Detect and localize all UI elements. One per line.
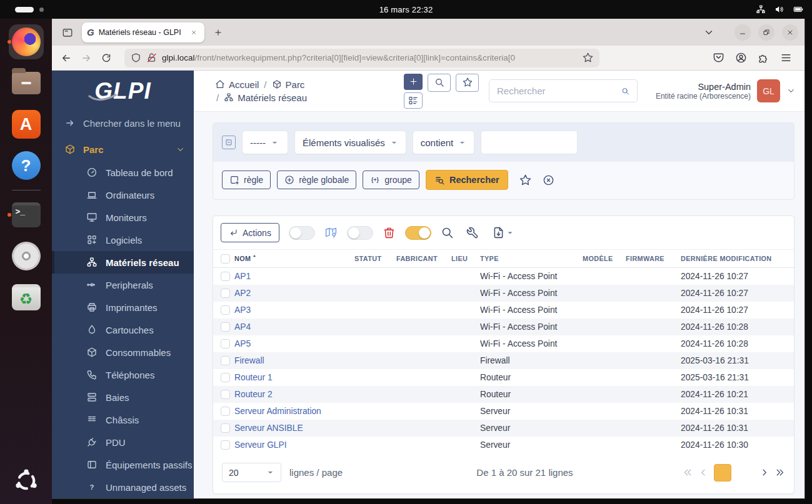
sidebar-menu-search[interactable]: Chercher dans le menu (52, 111, 194, 137)
bookmark-button[interactable] (456, 74, 479, 92)
tab-close-icon[interactable] (188, 27, 199, 38)
user-menu[interactable]: Super-Admin Entité racine (Arborescence)… (656, 79, 796, 102)
add-button[interactable] (404, 74, 423, 90)
column-derniere-modification[interactable]: DERNIÈRE MODIFICATION (681, 255, 794, 262)
row-checkbox[interactable] (221, 373, 230, 382)
account-icon[interactable] (735, 52, 747, 64)
sidebar-item[interactable]: PDU (52, 431, 194, 453)
glpi-logo[interactable]: GLPI (52, 71, 194, 111)
export-icon[interactable] (492, 226, 505, 239)
reset-search-icon[interactable] (543, 174, 554, 186)
add-group-button[interactable]: {+} groupe (363, 170, 419, 189)
sidebar-item[interactable]: Tableau de bord (52, 161, 194, 184)
dock-firefox[interactable] (6, 24, 47, 60)
global-search-input[interactable] (497, 86, 621, 96)
column-statut[interactable]: STATUT (354, 255, 396, 262)
sidebar-item[interactable]: Consommables (52, 341, 194, 363)
sidebar-item[interactable]: Logiciels (52, 229, 194, 251)
shield-icon[interactable] (131, 52, 141, 63)
column-type[interactable]: TYPE (480, 255, 583, 262)
battery-icon[interactable] (793, 4, 803, 14)
kanban-view-button[interactable] (404, 92, 423, 109)
row-name-link[interactable]: AP1 (234, 272, 354, 281)
column-firmware[interactable]: FIRMWARE (626, 255, 681, 262)
save-bookmark-icon[interactable] (519, 174, 531, 186)
network-tray-icon[interactable] (756, 4, 766, 14)
row-name-link[interactable]: Firewall (234, 356, 354, 365)
sidebar-item[interactable]: Matériels réseau (52, 251, 194, 274)
dock-files[interactable] (6, 65, 47, 101)
row-name-link[interactable]: Serveur ANSIBLE (234, 423, 354, 433)
view-items-dropdown[interactable]: Éléments visualisés (294, 131, 406, 154)
search-icon[interactable] (621, 86, 629, 97)
sidebar-item[interactable]: Châssis (52, 408, 194, 431)
row-checkbox[interactable] (221, 440, 230, 450)
close-button[interactable] (782, 24, 798, 41)
firefox-view-icon[interactable] (58, 23, 77, 42)
dock-software-store[interactable]: A (6, 106, 47, 142)
last-page-icon[interactable] (774, 467, 785, 478)
list-tabs-icon[interactable] (703, 27, 714, 38)
search-toggle[interactable] (405, 226, 431, 240)
sidebar-item[interactable]: Téléphones (52, 363, 194, 386)
avatar[interactable]: GL (757, 79, 780, 102)
row-checkbox[interactable] (221, 356, 230, 365)
row-checkbox[interactable] (221, 322, 230, 332)
row-name-link[interactable]: AP4 (234, 322, 354, 332)
row-name-link[interactable]: AP3 (234, 305, 354, 315)
add-rule-button[interactable]: règle (222, 170, 271, 189)
row-checkbox[interactable] (221, 289, 230, 298)
row-name-link[interactable]: Routeur 1 (234, 373, 354, 382)
ubuntu-logo-icon[interactable] (13, 468, 39, 494)
add-global-rule-button[interactable]: règle globale (277, 170, 356, 189)
sidebar-item[interactable]: Cartouches (52, 319, 194, 341)
dock-terminal[interactable]: >_ (6, 197, 47, 233)
operator-dropdown[interactable]: contient (413, 131, 475, 154)
trash-toggle[interactable] (347, 226, 373, 240)
sidebar-item[interactable]: Moniteurs (52, 206, 194, 229)
sidebar-item[interactable]: Équipements passifs (52, 453, 194, 476)
sidebar-section-parc[interactable]: Parc (52, 137, 194, 161)
minimize-button[interactable] (734, 24, 751, 41)
row-name-link[interactable]: AP2 (234, 289, 354, 298)
column-modele[interactable]: MODÈLE (583, 255, 626, 262)
row-checkbox[interactable] (221, 390, 230, 399)
search-button[interactable]: Rechercher (426, 170, 508, 190)
row-name-link[interactable]: Routeur 2 (234, 390, 354, 399)
reload-icon[interactable] (99, 51, 113, 65)
page-number[interactable] (736, 464, 754, 482)
row-checkbox[interactable] (221, 305, 230, 315)
row-checkbox[interactable] (221, 407, 230, 416)
next-page-icon[interactable] (759, 467, 769, 478)
prev-page-icon[interactable] (698, 467, 709, 478)
volume-icon[interactable] (774, 4, 784, 14)
maximize-button[interactable] (758, 24, 774, 41)
page-size-select[interactable]: 20 (222, 463, 281, 482)
sidebar-item[interactable]: ? Unmanaged assets (52, 476, 194, 498)
pocket-icon[interactable] (713, 52, 724, 64)
dock-disc[interactable] (6, 238, 47, 274)
search-mode-button[interactable] (428, 74, 451, 92)
page-number[interactable] (714, 464, 731, 482)
sidebar-item[interactable]: Ordinateurs (52, 184, 194, 206)
collapse-search-icon[interactable] (222, 136, 236, 149)
column-lieu[interactable]: LIEU (451, 255, 480, 262)
forward-icon[interactable] (79, 51, 93, 65)
sidebar-item[interactable]: Peripherals (52, 274, 194, 296)
sidebar-item[interactable]: Baies (52, 386, 194, 408)
row-name-link[interactable]: Serveur GLPI (234, 440, 354, 450)
clock[interactable]: 16 mars 22:32 (0, 5, 812, 14)
breadcrumb-parc[interactable]: Parc (286, 78, 305, 91)
breadcrumb-current[interactable]: Matériels réseau (238, 91, 307, 104)
column-fabricant[interactable]: FABRICANT (396, 255, 451, 262)
sidebar-item[interactable]: Imprimantes (52, 296, 194, 319)
dock-help[interactable]: ? (6, 147, 47, 184)
menu-hamburger-icon[interactable] (780, 52, 792, 64)
row-checkbox[interactable] (221, 272, 230, 281)
back-icon[interactable] (59, 51, 73, 65)
extensions-puzzle-icon[interactable] (758, 52, 769, 64)
dock-trash[interactable]: ♻ (6, 279, 47, 315)
wrench-icon[interactable] (466, 226, 479, 239)
row-name-link[interactable]: Serveur Administration (234, 407, 354, 416)
map-toggle[interactable] (289, 226, 315, 240)
